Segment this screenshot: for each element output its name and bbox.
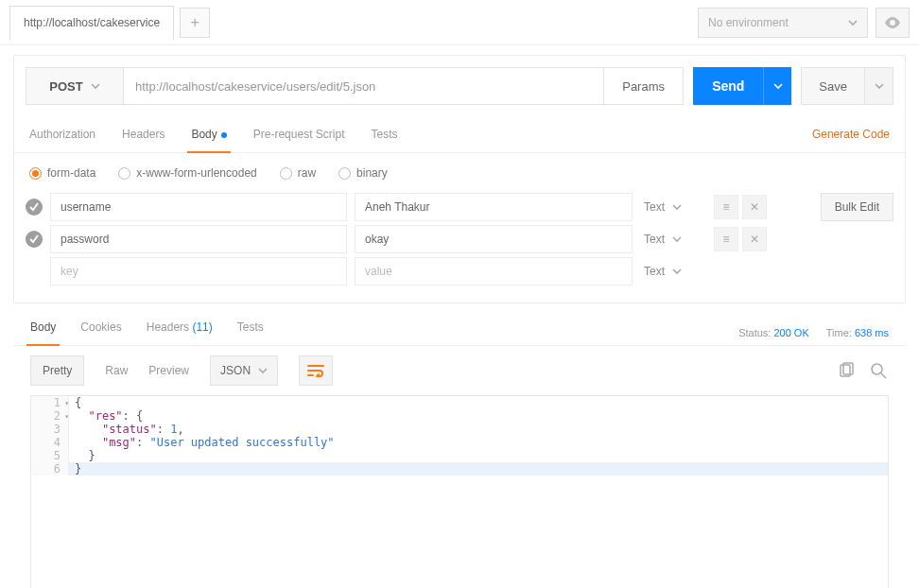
row-delete-button[interactable]: ✕ xyxy=(742,195,767,219)
chevron-down-icon xyxy=(672,234,682,244)
svg-point-2 xyxy=(872,364,882,374)
copy-response-button[interactable] xyxy=(836,360,857,381)
tab-authorization[interactable]: Authorization xyxy=(29,116,95,152)
row-enabled-toggle[interactable] xyxy=(26,199,43,216)
time-meta: Time: 638 ms xyxy=(826,327,889,338)
response-tab-tests[interactable]: Tests xyxy=(237,320,264,345)
row-delete-button[interactable]: ✕ xyxy=(742,227,767,251)
check-icon xyxy=(29,202,39,212)
environment-select[interactable]: No environment xyxy=(698,8,868,38)
save-dropdown[interactable] xyxy=(865,67,893,105)
tab-headers[interactable]: Headers xyxy=(122,116,165,152)
chevron-down-icon xyxy=(672,202,682,212)
close-icon: ✕ xyxy=(750,233,759,246)
chevron-down-icon xyxy=(773,81,783,91)
kv-type-select[interactable]: Text xyxy=(640,265,702,278)
drag-icon: ≡ xyxy=(722,200,729,214)
environment-preview-button[interactable] xyxy=(876,8,910,38)
response-tab-headers[interactable]: Headers (11) xyxy=(147,320,213,345)
headers-count: (11) xyxy=(192,320,212,334)
response-tab-headers-label: Headers xyxy=(147,320,189,334)
save-button[interactable]: Save xyxy=(801,67,865,105)
row-reorder-handle[interactable]: ≡ xyxy=(714,195,738,219)
wrap-icon xyxy=(307,364,324,377)
view-preview-button[interactable]: Preview xyxy=(148,364,189,377)
search-response-button[interactable] xyxy=(868,360,889,381)
search-icon xyxy=(870,362,887,379)
tab-prerequest[interactable]: Pre-request Script xyxy=(253,116,345,152)
kv-key-input[interactable] xyxy=(50,225,347,253)
bulk-edit-button[interactable]: Bulk Edit xyxy=(821,193,893,221)
kv-type-label: Text xyxy=(644,200,665,214)
http-method-label: POST xyxy=(49,79,82,94)
kv-key-input-new[interactable] xyxy=(50,257,347,285)
kv-type-label: Text xyxy=(644,265,665,278)
row-reorder-handle[interactable]: ≡ xyxy=(714,227,738,251)
plus-icon: + xyxy=(190,14,199,31)
body-type-raw[interactable]: raw xyxy=(280,166,316,180)
chevron-down-icon xyxy=(848,18,858,27)
request-tab-label: http://localhost/cakeservice xyxy=(24,16,160,29)
body-type-label: binary xyxy=(356,166,388,180)
chevron-down-icon xyxy=(258,366,268,375)
modified-dot-icon xyxy=(221,132,227,138)
kv-value-input[interactable] xyxy=(355,225,633,253)
tab-body-label: Body xyxy=(191,128,217,141)
close-icon: ✕ xyxy=(750,200,759,214)
kv-type-label: Text xyxy=(644,233,665,246)
format-label: JSON xyxy=(220,364,251,377)
response-tab-body[interactable]: Body xyxy=(30,320,56,345)
chevron-down-icon xyxy=(875,81,884,91)
body-type-label: form-data xyxy=(47,166,95,180)
chevron-down-icon xyxy=(672,267,682,276)
eye-icon xyxy=(884,17,901,28)
new-tab-button[interactable]: + xyxy=(180,8,210,38)
format-select[interactable]: JSON xyxy=(210,355,278,386)
kv-value-input-new[interactable] xyxy=(355,257,633,285)
send-button[interactable]: Send xyxy=(693,67,763,105)
body-type-binary[interactable]: binary xyxy=(338,166,388,180)
drag-icon: ≡ xyxy=(722,233,729,246)
request-tab[interactable]: http://localhost/cakeservice xyxy=(9,6,174,40)
kv-type-select[interactable]: Text xyxy=(640,233,702,246)
body-type-label: x-www-form-urlencoded xyxy=(136,166,256,180)
chevron-down-icon xyxy=(91,81,100,91)
environment-label: No environment xyxy=(708,16,789,29)
response-tab-cookies[interactable]: Cookies xyxy=(80,320,121,345)
body-type-urlencoded[interactable]: x-www-form-urlencoded xyxy=(118,166,256,180)
send-dropdown[interactable] xyxy=(763,67,791,105)
kv-key-input[interactable] xyxy=(50,193,347,221)
view-raw-button[interactable]: Raw xyxy=(105,364,128,377)
row-enabled-toggle[interactable] xyxy=(26,231,43,248)
params-button[interactable]: Params xyxy=(604,67,684,105)
check-icon xyxy=(29,234,39,244)
view-pretty-button[interactable]: Pretty xyxy=(30,355,84,386)
kv-type-select[interactable]: Text xyxy=(640,200,702,214)
kv-value-input[interactable] xyxy=(355,193,633,221)
generate-code-link[interactable]: Generate Code xyxy=(812,128,890,141)
body-type-formdata[interactable]: form-data xyxy=(29,166,95,180)
body-type-label: raw xyxy=(298,166,316,180)
tab-body[interactable]: Body xyxy=(191,116,226,152)
status-meta: Status: 200 OK xyxy=(738,327,809,338)
wrap-toggle-button[interactable] xyxy=(299,355,333,386)
tab-tests[interactable]: Tests xyxy=(371,116,397,152)
copy-icon xyxy=(838,362,855,379)
http-method-select[interactable]: POST xyxy=(26,67,124,105)
url-input[interactable] xyxy=(124,67,604,105)
response-body-editor[interactable]: 1▾{ 2▾ "res": { 3 "status": 1, 4 "msg": … xyxy=(30,395,889,588)
params-label: Params xyxy=(622,79,665,94)
